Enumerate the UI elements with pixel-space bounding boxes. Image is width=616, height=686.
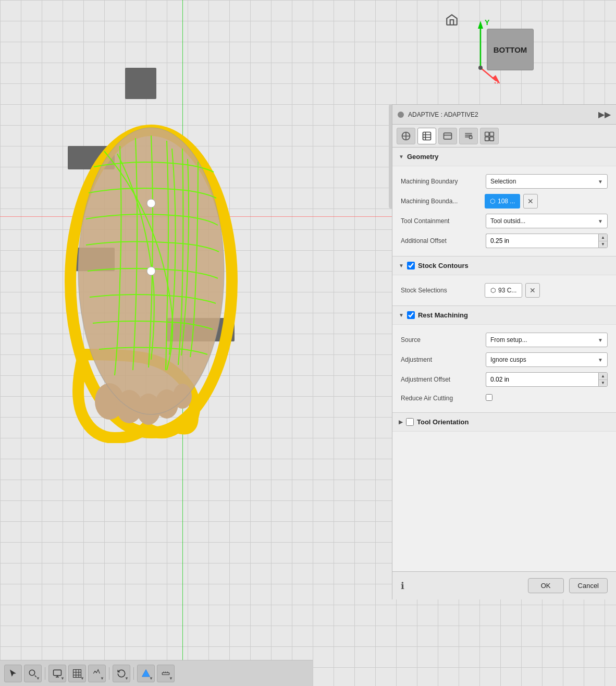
panel-toolbar — [392, 125, 616, 148]
rest-machining-section-label: Rest Machining — [418, 311, 468, 319]
tool-containment-row: Tool Containment Tool outsid... ▼ — [392, 211, 616, 231]
tool-orientation-section-label: Tool Orientation — [417, 418, 469, 426]
grid-tool[interactable]: ▼ — [68, 665, 86, 682]
reduce-air-cutting-row: Reduce Air Cutting — [392, 389, 616, 407]
stock-selections-remove-button[interactable]: ✕ — [525, 283, 540, 298]
stock-contours-section: ▼ Stock Contours Stock Selections ⬡ 93 C… — [392, 256, 616, 305]
svg-rect-0 — [125, 68, 156, 99]
machining-boundary-arrow: ▼ — [598, 179, 603, 185]
svg-rect-22 — [423, 132, 431, 140]
stock-selections-label: Stock Selections — [401, 287, 482, 294]
panel-expand-button[interactable]: ▶▶ — [598, 109, 611, 119]
geometry-collapse-triangle: ▼ — [399, 154, 404, 160]
adjustment-select[interactable]: Ignore cusps ▼ — [486, 352, 608, 367]
machining-boundary-selection-row: Machining Bounda... ⬡ 108 ... ✕ — [392, 191, 616, 211]
display-tool[interactable]: ▼ — [48, 665, 66, 682]
reduce-air-cutting-checkbox[interactable] — [486, 394, 492, 401]
machining-boundary-sel-label: Machining Bounda... — [401, 198, 482, 205]
source-control: From setup... ▼ — [486, 333, 608, 347]
adjustment-offset-up-button[interactable]: ▲ — [599, 373, 607, 380]
rest-machining-section-header[interactable]: ▼ Rest Machining — [392, 306, 616, 325]
tool-orientation-checkbox[interactable] — [406, 418, 414, 426]
rest-machining-checkbox[interactable] — [407, 311, 415, 319]
panel-dot — [398, 112, 404, 118]
geometry-section-label: Geometry — [407, 153, 439, 161]
adjustment-control: Ignore cusps ▼ — [486, 352, 608, 367]
geometry-section-header[interactable]: ▼ Geometry — [392, 148, 616, 166]
source-select[interactable]: From setup... ▼ — [486, 333, 608, 347]
svg-text:Y: Y — [485, 18, 490, 27]
tool-containment-select[interactable]: Tool outsid... ▼ — [486, 214, 608, 228]
source-value: From setup... — [490, 336, 527, 344]
additional-offset-up-button[interactable]: ▲ — [599, 234, 607, 241]
stock-selections-chip[interactable]: ⬡ 93 C... — [485, 283, 522, 298]
stock-selections-value: 93 C... — [498, 287, 516, 294]
svg-marker-36 — [142, 669, 150, 677]
source-label: Source — [401, 336, 482, 344]
additional-offset-control: ▲ ▼ — [486, 234, 608, 248]
rotate-tool[interactable]: ▼ — [113, 665, 130, 682]
machining-boundary-chip[interactable]: ⬡ 108 ... — [485, 194, 520, 209]
svg-point-13 — [147, 267, 155, 275]
geometry-section: ▼ Geometry Machining Boundary Selection … — [392, 148, 616, 256]
cursor-tool[interactable] — [4, 665, 22, 682]
stock-contours-section-label: Stock Contours — [418, 262, 469, 270]
view-tool[interactable]: ▼ — [88, 665, 106, 682]
foot-model — [42, 63, 271, 443]
toolbar-separator-3 — [133, 667, 134, 680]
additional-offset-spinner: ▲ ▼ — [598, 234, 608, 248]
tool-containment-control: Tool outsid... ▼ — [486, 214, 608, 228]
tab-setup-icon[interactable] — [480, 128, 499, 144]
machining-boundary-label: Machining Boundary — [401, 178, 482, 185]
panel-footer: ℹ OK Cancel — [392, 571, 616, 599]
svg-point-29 — [29, 670, 35, 676]
measure-tool[interactable]: ▼ — [157, 665, 175, 682]
stock-selections-cursor-icon: ⬡ — [490, 287, 496, 294]
rest-machining-section: ▼ Rest Machining Source From setup... ▼ — [392, 306, 616, 412]
cancel-button[interactable]: Cancel — [569, 578, 608, 593]
machining-boundary-select[interactable]: Selection ▼ — [486, 174, 608, 189]
tab-linking-icon[interactable] — [438, 128, 457, 144]
adjustment-offset-label: Adjustment Offset — [401, 376, 482, 383]
adjustment-offset-input[interactable] — [486, 372, 598, 387]
svg-point-20 — [478, 66, 483, 70]
tool-orientation-collapse-triangle: ▶ — [399, 419, 403, 425]
stock-contours-collapse-triangle: ▼ — [399, 263, 404, 268]
svg-rect-28 — [490, 137, 494, 141]
svg-rect-37 — [162, 672, 169, 675]
adjustment-offset-control: ▲ ▼ — [486, 372, 608, 387]
source-row: Source From setup... ▼ — [392, 330, 616, 350]
machining-boundary-remove-button[interactable]: ✕ — [523, 194, 538, 209]
svg-rect-25 — [485, 132, 489, 136]
tool-containment-label: Tool Containment — [401, 217, 482, 225]
additional-offset-input[interactable] — [486, 234, 598, 248]
adjustment-value: Ignore cusps — [490, 356, 526, 363]
source-arrow: ▼ — [598, 337, 603, 343]
tab-geometry-icon[interactable] — [397, 128, 415, 144]
geometry-section-body: Machining Boundary Selection ▼ Machining… — [392, 166, 616, 256]
machining-boundary-control: Selection ▼ — [486, 174, 608, 189]
shape-tool[interactable]: ▼ — [137, 665, 155, 682]
svg-point-12 — [147, 199, 155, 207]
svg-rect-27 — [485, 137, 489, 141]
tab-passes-icon[interactable] — [459, 128, 478, 144]
additional-offset-down-button[interactable]: ▼ — [599, 241, 607, 248]
svg-point-10 — [173, 384, 192, 409]
stock-contours-checkbox[interactable] — [407, 262, 415, 270]
info-button[interactable]: ℹ — [401, 580, 404, 592]
svg-rect-30 — [54, 670, 61, 676]
view-cube[interactable]: BOTTOM — [487, 29, 534, 70]
tool-containment-value: Tool outsid... — [490, 217, 525, 225]
tab-paths-icon[interactable] — [417, 128, 436, 144]
panel-content: ▼ Geometry Machining Boundary Selection … — [392, 148, 616, 571]
svg-marker-15 — [478, 21, 483, 29]
stock-contours-section-header[interactable]: ▼ Stock Contours — [392, 256, 616, 275]
adjustment-arrow: ▼ — [598, 357, 603, 363]
rest-machining-section-body: Source From setup... ▼ Adjustment Ignore… — [392, 325, 616, 412]
zoom-tool[interactable]: ▼ — [24, 665, 42, 682]
ok-button[interactable]: OK — [528, 578, 564, 593]
tool-orientation-section: ▶ Tool Orientation — [392, 413, 616, 432]
tool-orientation-section-header[interactable]: ▶ Tool Orientation — [392, 413, 616, 432]
reduce-air-cutting-control — [486, 394, 608, 402]
adjustment-offset-down-button[interactable]: ▼ — [599, 380, 607, 387]
